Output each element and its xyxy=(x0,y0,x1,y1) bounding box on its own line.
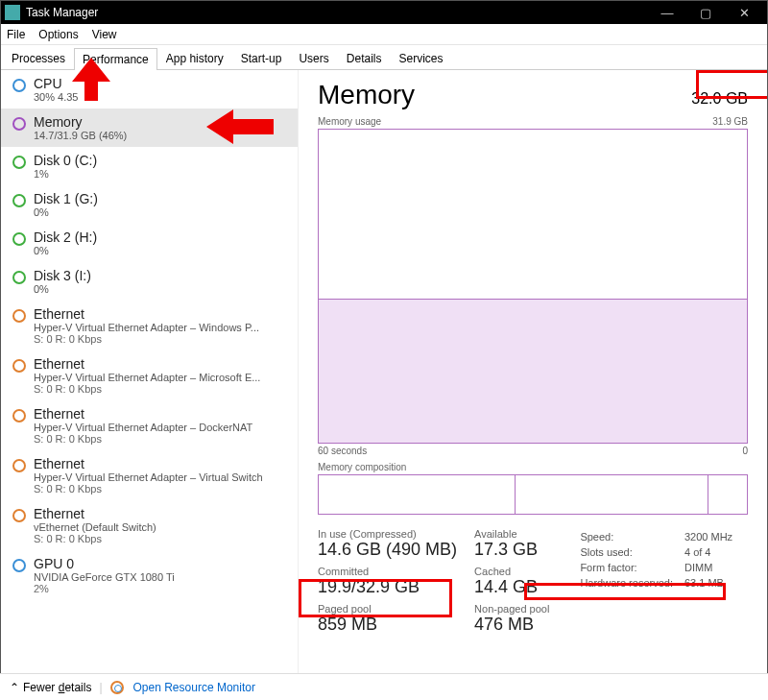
memory-usage-fill xyxy=(319,299,747,443)
committed-value: 19.9/32.9 GB xyxy=(318,577,457,597)
tab-strip: Processes Performance App history Start-… xyxy=(1,45,767,70)
close-button[interactable]: ✕ xyxy=(725,6,763,20)
sidebar-item-sub: 30% 4.35 xyxy=(34,91,78,103)
sidebar-item-name: Ethernet xyxy=(34,306,259,322)
stat-in-use: In use (Compressed) 14.6 GB (490 MB) xyxy=(318,528,457,560)
sidebar-item-sub: 0% xyxy=(34,245,97,256)
sidebar-item-name: Ethernet xyxy=(34,456,263,471)
status-ring-icon xyxy=(12,509,26,522)
sidebar-item-ethernet[interactable]: EthernetHyper-V Virtual Ethernet Adapter… xyxy=(1,450,298,500)
sidebar-item-cpu[interactable]: CPU30% 4.35 xyxy=(1,70,298,109)
sidebar-item-ethernet[interactable]: EthernetvEthernet (Default Switch)S: 0 R… xyxy=(1,500,298,550)
cached-label: Cached xyxy=(474,566,549,577)
sidebar-item-sub2: S: 0 R: 0 Kbps xyxy=(34,433,252,445)
sidebar-item-sub: Hyper-V Virtual Ethernet Adapter – Micro… xyxy=(34,372,260,383)
menu-options[interactable]: Options xyxy=(38,28,78,41)
minimize-button[interactable]: — xyxy=(648,6,686,20)
sidebar-item-disk-3-i-[interactable]: Disk 3 (I:)0% xyxy=(1,262,298,301)
sidebar-item-ethernet[interactable]: EthernetHyper-V Virtual Ethernet Adapter… xyxy=(1,400,298,450)
detail-title: Memory xyxy=(318,80,415,110)
status-bar: ⌃ Fewer details | Open Resource Monitor xyxy=(0,673,768,700)
sidebar-item-name: Ethernet xyxy=(34,356,260,372)
status-ring-icon xyxy=(12,79,26,92)
sidebar-item-sub2: S: 0 R: 0 Kbps xyxy=(34,483,263,495)
fewer-details-link[interactable]: Fewer details xyxy=(23,681,91,694)
sidebar-item-sub2: S: 0 R: 0 Kbps xyxy=(34,383,260,395)
tab-users[interactable]: Users xyxy=(290,47,337,69)
resource-monitor-icon xyxy=(110,681,124,694)
nonpaged-value: 476 MB xyxy=(474,615,549,635)
stat-available: Available 17.3 GB xyxy=(474,528,549,560)
app-icon xyxy=(5,5,20,20)
hardware-info: Speed:3200 MHz Slots used:4 of 4 Form fa… xyxy=(578,528,744,635)
tab-app-history[interactable]: App history xyxy=(157,47,232,69)
sidebar-item-name: Disk 2 (H:) xyxy=(34,229,97,245)
comp-seg-free xyxy=(708,475,747,514)
sidebar-item-sub2: S: 0 R: 0 Kbps xyxy=(34,333,259,345)
form-label: Form factor: xyxy=(580,561,683,574)
usage-chart-label: Memory usage xyxy=(318,116,381,127)
chart-x-right: 0 xyxy=(742,446,748,456)
status-ring-icon xyxy=(12,194,26,207)
sidebar-item-name: GPU 0 xyxy=(34,556,175,571)
sidebar-item-sub2: S: 0 R: 0 Kbps xyxy=(34,533,156,544)
sidebar-item-memory[interactable]: Memory14.7/31.9 GB (46%) xyxy=(1,109,298,147)
maximize-button[interactable]: ▢ xyxy=(686,6,725,20)
sidebar-item-sub2: 2% xyxy=(34,583,175,594)
menu-view[interactable]: View xyxy=(92,28,117,41)
sidebar-item-sub: 1% xyxy=(34,168,97,180)
chevron-up-icon[interactable]: ⌃ xyxy=(10,681,19,694)
main-content: CPU30% 4.35Memory14.7/31.9 GB (46%)Disk … xyxy=(1,70,767,673)
sidebar-item-disk-2-h-[interactable]: Disk 2 (H:)0% xyxy=(1,224,298,262)
tab-performance[interactable]: Performance xyxy=(74,48,157,70)
sidebar-item-name: Disk 1 (G:) xyxy=(34,191,98,206)
committed-label: Committed xyxy=(318,566,457,577)
nonpaged-label: Non-paged pool xyxy=(474,603,549,615)
usage-chart-max: 31.9 GB xyxy=(712,116,748,127)
form-value: DIMM xyxy=(684,561,742,574)
memory-stats: In use (Compressed) 14.6 GB (490 MB) Ava… xyxy=(318,528,748,635)
titlebar: Task Manager — ▢ ✕ xyxy=(1,1,767,24)
tab-processes[interactable]: Processes xyxy=(3,47,74,69)
sidebar-item-gpu-0[interactable]: GPU 0NVIDIA GeForce GTX 1080 Ti2% xyxy=(1,550,298,600)
status-ring-icon xyxy=(12,409,26,422)
tab-details[interactable]: Details xyxy=(338,47,391,69)
open-resource-monitor-link[interactable]: Open Resource Monitor xyxy=(133,681,255,694)
status-ring-icon xyxy=(12,559,26,572)
status-ring-icon xyxy=(12,309,26,323)
sidebar-item-disk-1-g-[interactable]: Disk 1 (G:)0% xyxy=(1,185,298,224)
stat-paged: Paged pool 859 MB xyxy=(318,603,457,635)
menu-bar: File Options View xyxy=(1,24,767,45)
sidebar-item-name: Memory xyxy=(34,114,127,130)
sidebar-item-sub: 14.7/31.9 GB (46%) xyxy=(34,130,127,141)
memory-detail-pane: Memory 32.0 GB Memory usage 31.9 GB 60 s… xyxy=(299,70,767,673)
sidebar-item-sub: vEthernet (Default Switch) xyxy=(34,521,156,533)
tab-startup[interactable]: Start-up xyxy=(232,47,291,69)
menu-file[interactable]: File xyxy=(7,28,25,41)
sidebar-item-name: CPU xyxy=(34,76,78,91)
sidebar-item-ethernet[interactable]: EthernetHyper-V Virtual Ethernet Adapter… xyxy=(1,350,298,400)
reserved-value: 63.1 MB xyxy=(684,576,742,590)
reserved-label: Hardware reserved: xyxy=(580,576,683,590)
sidebar-item-name: Ethernet xyxy=(34,406,252,422)
status-ring-icon xyxy=(12,232,26,246)
status-ring-icon xyxy=(12,271,26,284)
tab-services[interactable]: Services xyxy=(390,47,451,69)
comp-seg-inuse xyxy=(319,475,516,514)
status-ring-icon xyxy=(12,359,26,373)
chart-x-left: 60 seconds xyxy=(318,446,367,456)
speed-value: 3200 MHz xyxy=(684,530,742,543)
status-ring-icon xyxy=(12,459,26,472)
stat-nonpaged: Non-paged pool 476 MB xyxy=(474,603,549,635)
available-label: Available xyxy=(474,528,549,540)
stat-cached: Cached 14.4 GB xyxy=(474,566,549,597)
sidebar-item-sub: Hyper-V Virtual Ethernet Adapter – Virtu… xyxy=(34,471,263,483)
composition-label: Memory composition xyxy=(318,462,748,472)
comp-seg-standby xyxy=(516,475,708,514)
status-ring-icon xyxy=(12,156,26,169)
performance-sidebar: CPU30% 4.35Memory14.7/31.9 GB (46%)Disk … xyxy=(1,70,299,673)
memory-usage-chart xyxy=(318,129,748,444)
sidebar-item-sub: 0% xyxy=(34,283,91,295)
sidebar-item-ethernet[interactable]: EthernetHyper-V Virtual Ethernet Adapter… xyxy=(1,301,298,350)
sidebar-item-disk-0-c-[interactable]: Disk 0 (C:)1% xyxy=(1,147,298,185)
